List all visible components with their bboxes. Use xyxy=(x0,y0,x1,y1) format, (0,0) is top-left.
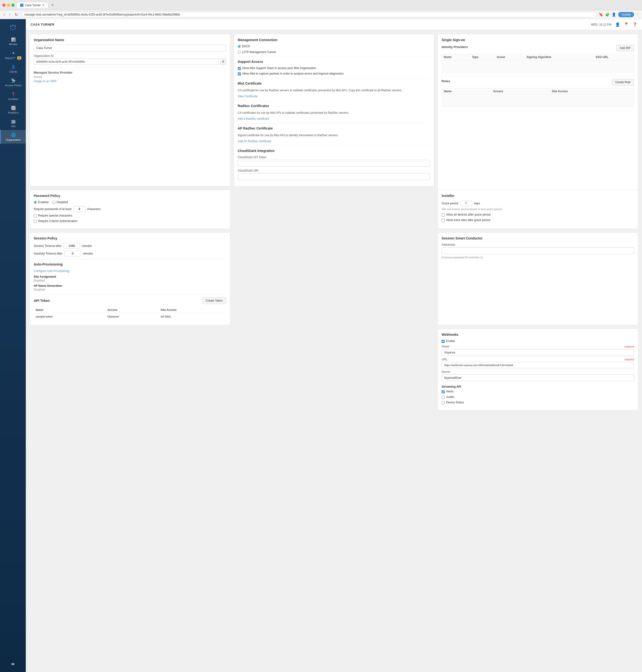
sidebar-item-site[interactable]: 🏢 Site xyxy=(0,116,26,130)
org-id-input[interactable] xyxy=(34,59,219,65)
support-allow1-label[interactable]: Allow Mist Support Team to access your M… xyxy=(238,66,430,70)
pw-disabled-label[interactable]: Disabled xyxy=(52,201,68,204)
webhooks-enable-label[interactable]: Enable xyxy=(441,339,634,343)
inactivity-timeout-row: Inactivity Timeout after minutes xyxy=(34,251,226,256)
page-title: CASA TURNER xyxy=(30,23,591,26)
installer-title: Installer xyxy=(441,194,634,198)
refresh-button[interactable]: ↻ xyxy=(14,12,19,17)
alerts-label[interactable]: Alerts xyxy=(441,390,634,393)
inactivity-timeout-input[interactable] xyxy=(64,251,81,256)
pw-enabled-label[interactable]: Enabled xyxy=(34,201,49,204)
session-timeout-input[interactable] xyxy=(63,243,80,249)
update-button[interactable]: Update xyxy=(618,12,634,17)
idp-col-name: Name xyxy=(442,54,470,61)
ap-radsec-title: AP RadSec Certificate xyxy=(238,126,430,130)
browser-chrome: Casa Turner ✕ + xyxy=(0,0,642,10)
back-button[interactable]: ‹ xyxy=(2,12,6,17)
mist-logo xyxy=(8,23,17,32)
allow-sites-label[interactable]: Allow extra sites after grace period xyxy=(441,218,634,222)
twofa-checkbox[interactable] xyxy=(34,220,37,223)
add-ap-radsec-link[interactable]: Add AP RadSec certificate xyxy=(238,140,271,143)
special-chars-checkbox[interactable] xyxy=(34,214,37,217)
header-right: WED, 10:12 PM 👤 📍 ❓ xyxy=(591,22,637,27)
webhooks-name-input[interactable] xyxy=(441,349,634,356)
webhooks-name-required: required xyxy=(625,345,634,348)
tab-close-icon[interactable]: ✕ xyxy=(42,3,45,7)
twofa-label[interactable]: Require 2-factor authentication xyxy=(34,219,226,223)
sidebar-item-analytics[interactable]: 📈 Analytics xyxy=(0,103,26,116)
configure-auto-provisioning-link[interactable]: Configure Auto-Provisioning xyxy=(34,269,69,273)
auto-provisioning-title: Auto-Provisioning xyxy=(34,262,226,266)
password-enabled-group: Enabled Disabled xyxy=(34,201,226,204)
sidebar-item-access-points[interactable]: 📡 Access Points xyxy=(0,76,26,89)
maximize-button[interactable] xyxy=(12,3,15,7)
dhcp-radio[interactable] xyxy=(238,45,241,48)
password-min-input[interactable] xyxy=(73,206,85,212)
menu-icon[interactable]: ⋮ xyxy=(636,12,640,17)
marvis-badge: AI xyxy=(17,56,21,60)
l2tp-radio[interactable] xyxy=(238,51,241,54)
sidebar-item-label: Monitor xyxy=(9,43,18,46)
org-info-card: Organization Name Organization ID ⎘ Mana… xyxy=(30,34,230,187)
sidebar-item-help[interactable]: 📖 xyxy=(10,660,16,668)
location-header-icon[interactable]: 📍 xyxy=(624,22,629,27)
new-tab-button[interactable]: + xyxy=(50,3,55,8)
org-info-title: Organization Name xyxy=(34,38,226,42)
webhooks-url-input[interactable] xyxy=(441,362,634,368)
profile-icon[interactable]: 👤 xyxy=(612,12,616,17)
allow-sites-checkbox[interactable] xyxy=(441,219,445,222)
active-tab[interactable]: Casa Turner ✕ xyxy=(16,2,48,8)
bookmark-icon[interactable]: 🔖 xyxy=(599,12,603,17)
pw-enabled-radio[interactable] xyxy=(34,201,37,204)
sidebar-item-clients[interactable]: 👤 Clients xyxy=(0,62,26,76)
url-bar[interactable] xyxy=(21,12,597,17)
close-button[interactable] xyxy=(2,3,5,7)
copy-id-button[interactable]: ⎘ xyxy=(220,59,226,65)
support-allow1-checkbox[interactable] xyxy=(238,67,241,70)
help-header-icon[interactable]: ❓ xyxy=(632,22,637,27)
webhooks-secret-input[interactable] xyxy=(441,375,634,381)
device-status-checkbox[interactable] xyxy=(441,401,445,404)
ssc-addresses-input[interactable] xyxy=(441,248,634,254)
support-allow2-checkbox[interactable] xyxy=(238,73,241,76)
pw-disabled-radio[interactable] xyxy=(52,201,55,204)
audits-checkbox[interactable] xyxy=(441,396,445,399)
access-points-icon: 📡 xyxy=(11,78,16,83)
minimize-button[interactable] xyxy=(7,3,10,7)
api-token-header: API Token Create Token xyxy=(34,297,226,304)
inactivity-timeout-label: Inactivity Timeout after xyxy=(34,252,62,255)
l2tp-radio-label[interactable]: L2TP Management Tunnel xyxy=(238,50,276,54)
webhooks-enable-checkbox[interactable] xyxy=(441,340,445,343)
alerts-checkbox[interactable] xyxy=(441,390,445,393)
cloudshark-token-input[interactable] xyxy=(238,160,430,167)
view-certificate-link[interactable]: View Certificate xyxy=(238,94,258,98)
extensions-icon[interactable]: 🧩 xyxy=(605,12,610,17)
roles-col-name: Name xyxy=(442,88,491,94)
add-radsec-link[interactable]: Add a RadSec certificate xyxy=(238,117,269,121)
svg-point-4 xyxy=(10,28,12,29)
create-role-button[interactable]: Create Role xyxy=(612,79,634,86)
org-name-input[interactable] xyxy=(34,45,226,51)
add-idp-button[interactable]: Add IDP xyxy=(616,45,634,51)
cloudshark-uri-input[interactable] xyxy=(238,173,430,180)
sidebar-item-location[interactable]: 📍 Location xyxy=(0,89,26,103)
svg-point-2 xyxy=(12,25,14,26)
create-token-button[interactable]: Create Token xyxy=(202,297,226,304)
allow-devices-label[interactable]: Allow all devices after grace period xyxy=(441,213,634,216)
sidebar-item-marvis[interactable]: ✦ Marvis™ AI xyxy=(0,48,26,62)
roles-table: Name Access Site Access xyxy=(442,88,634,94)
dhcp-radio-label[interactable]: DHCP xyxy=(238,45,250,48)
forward-button[interactable]: › xyxy=(8,12,12,17)
allow-devices-checkbox[interactable] xyxy=(441,213,445,216)
webhooks-url-label: URL xyxy=(441,358,447,361)
device-status-label[interactable]: Device Status xyxy=(441,401,634,404)
sidebar-item-monitor[interactable]: 📊 Monitor xyxy=(0,35,26,48)
ap-radsec-desc: Signed certificate for use by Mist APs t… xyxy=(238,133,430,137)
special-chars-label[interactable]: Require special characters xyxy=(34,214,226,217)
sidebar-item-organization[interactable]: 🌐 Organization xyxy=(0,130,26,144)
assign-msp-link[interactable]: Assign to an MSP xyxy=(34,79,226,83)
user-icon[interactable]: 👤 xyxy=(615,22,620,27)
support-allow2-label[interactable]: Allow Mist to capture packets in order t… xyxy=(238,72,430,76)
audits-label[interactable]: Audits xyxy=(441,395,634,399)
grace-period-input[interactable] xyxy=(460,201,472,206)
